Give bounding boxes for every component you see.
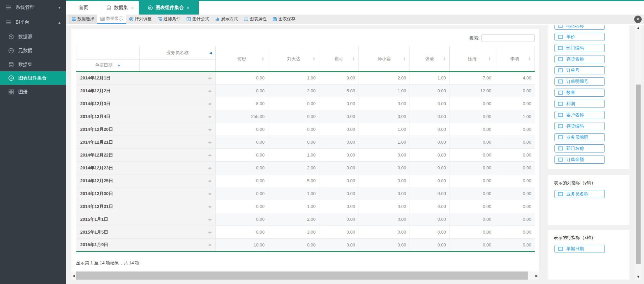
row-label-cell[interactable]: 2014年12月22日 ◀▶ bbox=[76, 149, 216, 162]
toolbar-display-mode[interactable]: 展示方式 bbox=[212, 15, 241, 24]
sidebar-item-chart-components[interactable]: 图表组件集合 bbox=[0, 71, 66, 85]
field-chip[interactable]: 业务员编码 bbox=[554, 133, 605, 141]
field-chip[interactable]: 存货名称 bbox=[554, 55, 605, 63]
resize-handle-icon[interactable]: ◀▶ bbox=[208, 115, 211, 118]
sidebar-item-dataset[interactable]: 数据集 bbox=[0, 57, 66, 71]
resize-handle-icon[interactable]: ◀▶ bbox=[208, 205, 211, 208]
tab-dataset[interactable]: 数据集 × bbox=[101, 1, 139, 15]
toolbar-data-select[interactable]: 数据选择 bbox=[69, 15, 97, 24]
field-chip[interactable]: 单据日期 bbox=[554, 245, 605, 253]
resize-handle-icon[interactable]: ◀▶ bbox=[208, 128, 211, 131]
resize-handle-icon[interactable]: ◀▶ bbox=[208, 218, 211, 221]
column-header[interactable]: 崔可 ▲▼ bbox=[319, 46, 359, 72]
row-label-cell[interactable]: 2014年12月30日 ◀▶ bbox=[76, 187, 216, 200]
sidebar-item-label: 图表组件集合 bbox=[18, 75, 47, 81]
field-chip[interactable]: 业务员名称 bbox=[554, 190, 605, 198]
resize-handle-icon[interactable]: ◀▶ bbox=[208, 231, 211, 234]
table-row: 2014年12月3日 ◀▶ 8.000.000.000.000.000.000.… bbox=[76, 97, 535, 110]
sidebar-item-atlas[interactable]: 图册 bbox=[0, 85, 66, 99]
pivot-table-card: 搜索: 业务员名称 ◀ 何彤 ▲▼ 刘天达 ▲▼ 崔可 ▲▼ 师 bbox=[71, 29, 539, 280]
close-icon[interactable]: × bbox=[131, 5, 134, 10]
row-label-cell[interactable]: 2015年1月9日 ◀▶ bbox=[76, 239, 216, 252]
column-header[interactable]: 刘天达 ▲▼ bbox=[268, 46, 319, 72]
row-label-cell[interactable]: 2014年12月2日 ◀▶ bbox=[76, 85, 216, 97]
vertical-scroll-thumb[interactable] bbox=[636, 85, 641, 264]
value-cell: 0.00 bbox=[359, 200, 410, 213]
resize-handle-icon[interactable]: ◀▶ bbox=[208, 192, 211, 195]
resize-handle-icon[interactable]: ◀▶ bbox=[208, 89, 211, 93]
row-group-header[interactable]: 单据日期▲ bbox=[76, 60, 140, 72]
column-header[interactable]: 李响 ▲▼ bbox=[495, 46, 535, 72]
resize-handle-icon[interactable]: ◀▶ bbox=[208, 102, 211, 105]
row-label-cell[interactable]: 2015年1月5日 ◀▶ bbox=[76, 226, 216, 239]
field-chip[interactable]: 订单明细号 bbox=[554, 77, 605, 86]
scroll-up-icon[interactable]: ▲ bbox=[635, 26, 641, 30]
field-chip[interactable]: 地区名称 bbox=[554, 25, 605, 30]
column-header[interactable]: 师小容 ▲▼ bbox=[359, 46, 410, 72]
sidebar-item-metadata[interactable]: 元数据 bbox=[0, 44, 66, 57]
column-group-header[interactable]: 业务员名称 ◀ bbox=[140, 46, 216, 60]
resize-handle-icon[interactable]: ◀▶ bbox=[208, 76, 211, 80]
toolbar-row-col-adjust[interactable]: 行列调整 bbox=[126, 15, 155, 24]
scroll-left-icon[interactable]: ◀ bbox=[71, 274, 76, 278]
row-label-cell[interactable]: 2015年1月1日 ◀▶ bbox=[76, 213, 216, 226]
sidebar-item-bi-platform[interactable]: BI平台 ▲ bbox=[0, 15, 66, 30]
row-label-cell[interactable]: 2014年12月31日 ◀▶ bbox=[76, 200, 216, 213]
tab-home[interactable]: 首页 bbox=[66, 1, 101, 15]
resize-handle-icon[interactable]: ◀▶ bbox=[208, 153, 211, 157]
row-label-cell[interactable]: 2014年12月4日 ◀▶ bbox=[76, 110, 216, 123]
horizontal-scroll-track[interactable] bbox=[76, 271, 534, 280]
row-label-cell[interactable]: 2014年12月3日 ◀▶ bbox=[76, 97, 216, 110]
column-header[interactable]: 张爱 ▲▼ bbox=[410, 46, 450, 72]
value-cell: 0.00 bbox=[359, 97, 410, 110]
value-cell: 0.00 bbox=[319, 239, 359, 252]
field-chip[interactable]: 部门名称 bbox=[554, 144, 605, 152]
column-header[interactable]: 徐海 ▲▼ bbox=[450, 46, 495, 72]
field-chip[interactable]: 数量 bbox=[554, 89, 605, 97]
toolbar-data-display[interactable]: 数据显示 bbox=[97, 15, 126, 24]
close-icon[interactable]: × bbox=[187, 5, 190, 10]
toolbar-chart-save[interactable]: 图表保存 bbox=[270, 15, 298, 24]
value-cell: 0.00 bbox=[495, 200, 535, 213]
scroll-down-icon[interactable]: ▼ bbox=[635, 275, 641, 279]
row-label-cell[interactable]: 2014年12月20日 ◀▶ bbox=[76, 123, 216, 136]
column-header[interactable]: 何彤 ▲▼ bbox=[216, 46, 268, 72]
sidebar-item-system-management[interactable]: 系统管理 ▼ bbox=[0, 0, 66, 15]
collapse-left-icon[interactable]: ◀ bbox=[209, 51, 212, 55]
x-axis-drop-zone[interactable]: 单据日期 bbox=[548, 241, 629, 253]
tab-chart-components[interactable]: 图表组件集合 × bbox=[139, 0, 199, 15]
field-chip[interactable]: 订单号 bbox=[554, 66, 605, 74]
field-chip[interactable]: 利润 bbox=[554, 100, 605, 108]
search-input[interactable] bbox=[481, 34, 535, 42]
column-field-icon bbox=[558, 113, 563, 117]
field-chip[interactable]: 订单金额 bbox=[554, 156, 605, 164]
scroll-right-icon[interactable]: ▶ bbox=[534, 274, 539, 278]
sidebar-item-label: 系统管理 bbox=[16, 4, 34, 10]
toolbar-filter-condition[interactable]: 过滤条件 bbox=[155, 15, 183, 24]
horizontal-scroll-thumb[interactable] bbox=[76, 271, 528, 280]
toolbar-aggregate-formula[interactable]: 集计公式 bbox=[183, 15, 212, 24]
row-label-cell[interactable]: 2014年12月25日 ◀▶ bbox=[76, 174, 216, 187]
pivot-table: 业务员名称 ◀ 何彤 ▲▼ 刘天达 ▲▼ 崔可 ▲▼ 师小容 ▲▼ 张爱 ▲▼ … bbox=[76, 46, 535, 252]
value-cell: 0.00 bbox=[319, 136, 359, 149]
panel-close-button[interactable]: ✕ bbox=[634, 16, 642, 23]
resize-handle-icon[interactable]: ◀▶ bbox=[208, 166, 211, 170]
field-chip[interactable]: 单价 bbox=[554, 33, 605, 41]
field-chip[interactable]: 部门编码 bbox=[554, 44, 605, 52]
field-chip[interactable]: 存货编码 bbox=[554, 122, 605, 130]
value-cell: 0.00 bbox=[450, 200, 495, 213]
value-cell: 0.00 bbox=[410, 239, 450, 252]
row-label-cell[interactable]: 2014年12月1日 ◀▶ bbox=[76, 72, 216, 85]
toolbar-chart-properties[interactable]: 图表属性 bbox=[241, 15, 270, 24]
resize-handle-icon[interactable]: ◀▶ bbox=[208, 179, 211, 183]
field-chip[interactable]: 客户名称 bbox=[554, 111, 605, 119]
database-icon bbox=[106, 5, 112, 10]
toolbar: 数据选择 数据显示 行列调整 过滤条件 集计公式 展示方式 bbox=[66, 15, 644, 24]
row-label-cell[interactable]: 2014年12月23日 ◀▶ bbox=[76, 162, 216, 174]
row-label-cell[interactable]: 2014年12月21日 ◀▶ bbox=[76, 136, 216, 149]
resize-handle-icon[interactable]: ◀▶ bbox=[208, 141, 211, 144]
sidebar-item-data-source[interactable]: 数据源 bbox=[0, 30, 66, 44]
y-axis-drop-zone[interactable]: 业务员名称 bbox=[548, 186, 629, 198]
resize-handle-icon[interactable]: ◀▶ bbox=[208, 243, 211, 246]
value-cell: 0.00 bbox=[359, 226, 410, 239]
